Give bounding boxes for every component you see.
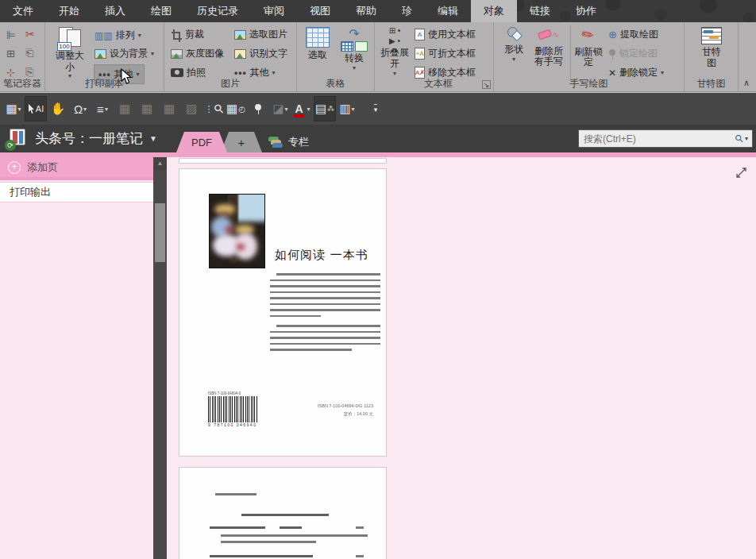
table-convert-icon: ↷: [349, 27, 359, 41]
gantt-button[interactable]: 甘特图: [698, 27, 725, 69]
menu-zhen[interactable]: 珍: [389, 0, 425, 22]
cursor-arrow-icon: [28, 104, 35, 114]
grid-3-icon-disabled: ▦: [159, 97, 179, 121]
extract-drawing-icon: ⊕: [608, 29, 617, 40]
tab-pdf[interactable]: PDF: [176, 132, 227, 152]
scrollbar-thumb[interactable]: [155, 203, 165, 262]
plus-circle-icon: +: [8, 161, 21, 174]
table-select-button[interactable]: 选取: [303, 27, 332, 61]
menu-help[interactable]: 帮助: [343, 0, 389, 22]
brush-icon: ✎: [579, 25, 598, 46]
group-label-inkdraw: 手写绘图: [494, 77, 684, 91]
pan-hand-icon[interactable]: ✋: [48, 97, 68, 121]
textbox-dialog-launcher[interactable]: ↘: [482, 80, 491, 89]
cut-icon[interactable]: ✂: [25, 28, 35, 40]
camera-icon: [171, 68, 183, 77]
ribbon-group-textbox: ⊞ •▶ • 折叠展开 ▾ A 使用文本框 +A 可折文本框 A✗ 移除文本框 …: [375, 22, 494, 91]
barcode-bars: [208, 396, 257, 422]
convert-doc-icon[interactable]: ▥▾: [337, 97, 357, 121]
ribbon: ⊫ ✂ ⊞ ⎗ ⊹ ⎘ 笔记容器 100 调整大小 ▾ ▥▥ 排列▾ 设为背景▾…: [0, 22, 756, 92]
scroll-up-button[interactable]: ▲: [153, 157, 167, 170]
select-text-icon[interactable]: AI: [25, 97, 46, 121]
select-picture-icon: [234, 30, 246, 40]
search-pages-icon[interactable]: ⋮⚲: [203, 97, 224, 121]
pin-icon[interactable]: [248, 97, 268, 121]
collapsible-textbox-button[interactable]: +A 可折文本框: [415, 47, 476, 60]
barcode: ISBN 7-100-04694-0 9 787100 046940: [208, 391, 257, 427]
search-input[interactable]: [579, 133, 735, 145]
font-color-icon[interactable]: A▾: [292, 97, 313, 121]
group-label-textbox: 文本框: [395, 77, 482, 91]
ocr-button[interactable]: 识别文字: [234, 47, 287, 60]
date-reminder-icon[interactable]: ▦◴: [226, 97, 246, 121]
menu-history[interactable]: 历史记录: [184, 0, 251, 22]
use-textbox-button[interactable]: A 使用文本框: [415, 28, 476, 41]
extract-drawing-button[interactable]: ⊕ 提取绘图: [608, 28, 658, 41]
ribbon-group-inkdraw: 形状 ▾ ∿ 删除所有手写 ✎ 刷新锁定 ⊕ 提取绘图 锁定绘图 ✕ 删除锁定▾…: [494, 22, 685, 91]
printout-page-2[interactable]: [179, 467, 387, 559]
set-background-button[interactable]: 设为背景▾: [94, 47, 154, 60]
menu-home[interactable]: 开始: [46, 0, 92, 22]
notebook-title: 头条号：一册笔记: [35, 129, 143, 148]
menu-edit[interactable]: 编辑: [425, 0, 471, 22]
ocr-icon: [234, 49, 246, 59]
new-section-tab[interactable]: +: [221, 132, 262, 152]
menu-insert[interactable]: 插入: [92, 0, 138, 22]
page-list-scrollbar[interactable]: ▲: [153, 157, 167, 559]
search-scope-dropdown-icon[interactable]: ▾: [745, 135, 748, 142]
table-convert-button[interactable]: ↷ 转换 ▾: [338, 27, 370, 71]
full-page-view-icon[interactable]: [735, 167, 748, 179]
highlighter-icon-disabled: ◪▾: [270, 97, 291, 121]
container-align-icon[interactable]: ⊫: [6, 29, 16, 41]
menu-bar: 文件 开始 插入 绘图 历史记录 审阅 视图 帮助 珍 编辑 对象 链接 协作: [0, 0, 756, 22]
book-title: 如何阅读 一本书: [275, 248, 382, 263]
table-insert-icon[interactable]: ▦▾: [3, 97, 24, 121]
pin-icon: [608, 48, 616, 60]
paste-icon[interactable]: ⎗: [25, 47, 33, 60]
menu-file[interactable]: 文件: [0, 0, 46, 22]
section-color-strip: [0, 152, 756, 157]
printout-page-1[interactable]: 如何阅读 一本书 ISBN 7-100-04694-0 9 787100 046…: [179, 168, 387, 457]
delete-all-ink-button[interactable]: ∿ 删除所有手写: [530, 27, 567, 67]
ribbon-group-gantt: 甘特图 甘特图: [685, 22, 739, 91]
notebook-icon: ⟳: [6, 129, 29, 148]
select-picture-button[interactable]: 选取图片: [234, 28, 287, 41]
shapes-button[interactable]: 形状 ▾: [499, 27, 529, 63]
chevron-down-icon: ▼: [149, 134, 157, 143]
book-cover-photo: [209, 194, 265, 268]
collapse-expand-button[interactable]: ⊞ •▶ • 折叠展开 ▾: [378, 25, 411, 77]
lock-drawing-button-disabled: 锁定绘图: [608, 47, 658, 60]
crop-button[interactable]: 剪裁: [171, 28, 204, 41]
group-label-picture: 图片: [164, 77, 296, 91]
isbn-line: ISBN 7-100-04694-0/G·1123: [305, 403, 373, 411]
toolbar-overflow-icon[interactable]: ▾: [365, 97, 386, 121]
quick-toolbar: ▦▾ AI ✋ Ω▾ ≡▾ ▦ ▦ ▦ ▨ ⋮⚲ ▦◴ ◪▾ A▾ ▤⁂ ▥▾ …: [0, 92, 756, 125]
page-item-printout[interactable]: 打印输出: [0, 182, 153, 202]
search-box[interactable]: ⚲ ▾: [578, 129, 753, 148]
previous-page-edge: [179, 158, 387, 164]
group-label-table: 表格: [297, 77, 374, 91]
mouse-cursor: [121, 68, 134, 89]
tab-column[interactable]: 专栏: [268, 132, 309, 152]
symbol-omega-icon[interactable]: Ω▾: [70, 97, 91, 121]
page-list-sidebar: + 添加页 打印输出: [0, 157, 153, 559]
grayscale-button[interactable]: 灰度图像: [171, 47, 224, 60]
menu-link[interactable]: 链接: [517, 0, 563, 22]
align-lines-icon[interactable]: ≡▾: [92, 97, 113, 121]
adjust-size-button[interactable]: 100 调整大小 ▾: [52, 27, 88, 80]
share-people-icon[interactable]: ▤⁂: [314, 97, 335, 121]
menu-draw[interactable]: 绘图: [138, 0, 184, 22]
menu-collab[interactable]: 协作: [563, 0, 609, 22]
collapse-ribbon-button[interactable]: ∧: [743, 78, 750, 88]
notebook-title-dropdown[interactable]: 头条号：一册笔记 ▼: [35, 125, 157, 152]
menu-object-active[interactable]: 对象: [471, 0, 517, 22]
add-page-label: 添加页: [27, 160, 58, 175]
menu-view[interactable]: 视图: [297, 0, 343, 22]
menu-review[interactable]: 审阅: [251, 0, 297, 22]
container-merge-icon[interactable]: ⊞: [6, 48, 15, 60]
sync-badge-icon: ⟳: [5, 140, 16, 151]
grid-2-icon-disabled: ▦: [137, 97, 157, 121]
arrange-button[interactable]: ▥▥ 排列▾: [94, 29, 141, 42]
refresh-lock-button[interactable]: ✎ 刷新锁定: [573, 27, 604, 68]
add-page-button[interactable]: + 添加页: [0, 157, 153, 180]
